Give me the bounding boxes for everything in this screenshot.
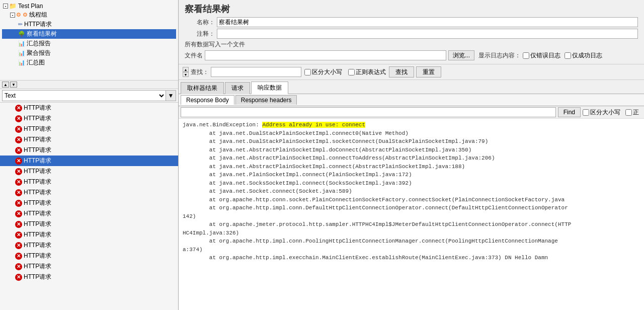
error-line: at java.net.Socket.connect(Socket.java:5… — [183, 187, 640, 196]
reset-button[interactable]: 重置 — [416, 66, 441, 78]
tab-response-body[interactable]: Response Body — [181, 95, 234, 105]
nav-down-btn[interactable]: ▼ — [183, 72, 189, 77]
list-item[interactable]: ✕ HTTP请求 — [0, 113, 178, 124]
success-log-checkbox[interactable] — [565, 52, 571, 59]
dropdown-arrow-btn[interactable]: ▼ — [166, 90, 176, 101]
tree-httprequest[interactable]: ✏ HTTP请求 — [2, 20, 176, 29]
find-bar: Find 区分大小写 正 — [179, 106, 644, 119]
list-item[interactable]: ✕ HTTP请求 — [0, 240, 178, 251]
scroll-up-btn[interactable]: ▲ — [2, 82, 9, 88]
list-item[interactable]: ✕ HTTP请求 — [0, 177, 178, 187]
tree-summaryreport2[interactable]: 📊 汇总图 — [2, 58, 176, 67]
tab-sampler-results[interactable]: 取样器结果 — [181, 82, 224, 94]
find-extra-checkbox[interactable] — [625, 109, 632, 116]
http-item-label: HTTP请求 — [24, 230, 51, 239]
list-item[interactable]: ✕ HTTP请求 — [0, 272, 178, 282]
http-item-label: HTTP请求 — [24, 199, 51, 207]
tree-icon: 🌳 — [18, 31, 25, 37]
scroll-down-btn[interactable]: ▼ — [10, 82, 17, 88]
error-log-label: 仅错误日志 — [530, 51, 560, 60]
comment-input[interactable] — [217, 29, 638, 39]
error-icon: ✕ — [15, 200, 22, 207]
http-item-label: HTTP请求 — [24, 167, 51, 176]
main-tabs: 取样器结果 请求 响应数据 — [179, 80, 644, 94]
list-item[interactable]: ✕ HTTP请求 — [0, 229, 178, 240]
nav-up-btn[interactable]: ▲ — [183, 67, 189, 72]
list-item[interactable]: ✕ HTTP请求 — [0, 145, 178, 156]
expand-icon[interactable]: - — [3, 4, 8, 9]
regex-checkbox[interactable] — [348, 69, 355, 75]
search-label: 查找： — [191, 68, 209, 76]
tree-aggregatereport[interactable]: 📊 聚合报告 — [2, 48, 176, 58]
http-item-label: HTTP请求 — [24, 262, 51, 271]
name-label: 名称： — [185, 18, 215, 27]
find-case-checkbox[interactable] — [583, 109, 589, 116]
aggregatereport-label: 聚合报告 — [27, 49, 51, 57]
error-line: at org.apache.http.impl.conn.PoolingHttp… — [183, 237, 640, 246]
list-item[interactable]: ✕ HTTP请求 — [0, 124, 178, 134]
error-content-area: java.net.BindException: Address already … — [179, 119, 644, 310]
tree-threadgroup[interactable]: - ⚙ ⚙ 线程组 — [2, 10, 176, 20]
tab-request[interactable]: 请求 — [225, 82, 250, 94]
expand-icon2[interactable]: - — [10, 13, 15, 18]
error-icon: ✕ — [15, 189, 22, 196]
report-icon2: 📊 — [18, 50, 25, 56]
error-line: at java.net.DualStackPlainSocketImpl.con… — [183, 129, 640, 138]
error-line: at java.net.DualStackPlainSocketImpl.soc… — [183, 137, 640, 146]
http-item-label: HTTP请求 — [24, 135, 51, 144]
filename-input[interactable] — [205, 50, 446, 60]
list-item[interactable]: ✕ HTTP请求 — [0, 134, 178, 145]
tree-summaryreport1[interactable]: 📊 汇总报告 — [2, 39, 176, 48]
error-line: HC4Impl.java:326) — [183, 229, 640, 238]
list-item[interactable]: ✕ HTTP请求 — [0, 208, 178, 219]
error-icon: ✕ — [15, 231, 22, 239]
success-log-label: 仅成功日志 — [572, 51, 602, 60]
error-line: at java.net.AbstractPlainSocketImpl.conn… — [183, 154, 640, 163]
list-item[interactable]: ✕ HTTP请求 — [0, 219, 178, 229]
case-sensitive-label: 区分大小写 — [312, 68, 342, 76]
error-line: at java.net.PlainSocketImpl.connect(Plai… — [183, 171, 640, 179]
list-item[interactable]: ✕ HTTP请求 — [0, 187, 178, 198]
testplan-label: Test Plan — [18, 3, 43, 10]
log-label: 显示日志内容： — [478, 51, 521, 60]
error-icon: ✕ — [15, 126, 22, 133]
find-case-label: 区分大小写 — [590, 108, 620, 117]
page-title: 察看结果树 — [185, 3, 230, 15]
http-item-label: HTTP请求 — [24, 273, 51, 281]
list-item[interactable]: ✕ HTTP请求 — [0, 103, 178, 113]
error-log-checkbox[interactable] — [523, 52, 529, 59]
http-item-label: HTTP请求 — [24, 146, 51, 154]
pen-icon: ✏ — [18, 21, 23, 28]
list-item[interactable]: ✕ HTTP请求 — [0, 166, 178, 177]
error-line: at org.apache.http.impl.conn.DefaultHttp… — [183, 204, 640, 212]
tree-testplan[interactable]: - 📁 Test Plan — [2, 2, 176, 10]
display-type-select[interactable]: Text HTML JSON XML — [2, 90, 166, 101]
tab-response-headers[interactable]: Response headers — [235, 95, 297, 105]
case-sensitive-checkbox[interactable] — [304, 69, 311, 75]
tab-response-data[interactable]: 响应数据 — [251, 82, 288, 94]
error-icon: ✕ — [15, 136, 22, 143]
error-line: at java.net.SocksSocketImpl.connect(Sock… — [183, 179, 640, 188]
httprequest-label: HTTP请求 — [24, 20, 52, 29]
http-item-label: HTTP请求 — [24, 125, 51, 133]
summaryreport1-label: 汇总报告 — [27, 39, 51, 48]
error-line: 142) — [183, 212, 640, 221]
list-item[interactable]: ✕ HTTP请求 — [0, 261, 178, 272]
list-item[interactable]: ✕ HTTP请求 — [0, 198, 178, 208]
find-input[interactable] — [181, 107, 556, 117]
error-icon: ✕ — [15, 263, 22, 270]
browse-button[interactable]: 浏览... — [448, 50, 474, 60]
error-line: a:374) — [183, 246, 640, 254]
find-execute-button[interactable]: Find — [558, 107, 581, 117]
list-item[interactable]: ✕ HTTP请求 — [0, 251, 178, 261]
find-button[interactable]: 查找 — [389, 66, 414, 78]
search-input[interactable] — [211, 67, 301, 77]
name-input[interactable] — [217, 17, 638, 27]
http-item-label: HTTP请求 — [24, 157, 51, 165]
http-item-label: HTTP请求 — [24, 252, 51, 260]
thread-icon: ⚙ — [16, 12, 21, 18]
list-item-selected[interactable]: ✕ HTTP请求 — [0, 156, 178, 166]
comment-label: 注释： — [185, 30, 215, 38]
tree-resulttree[interactable]: 🌳 察看结果树 — [2, 29, 176, 39]
error-icon: ✕ — [15, 221, 22, 228]
